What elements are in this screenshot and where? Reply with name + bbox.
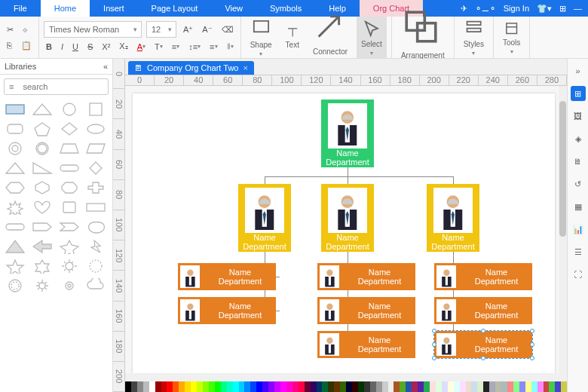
layers-icon[interactable]: ◈	[571, 131, 586, 146]
shape-heart[interactable]	[32, 200, 53, 215]
underline-button[interactable]: U	[70, 40, 81, 54]
color-swatch[interactable]	[244, 381, 250, 392]
shape-bolt[interactable]	[85, 239, 106, 254]
menu-icon[interactable]: ≡	[5, 82, 18, 91]
shape-search[interactable]: ≡ 🔍 ▾	[4, 78, 109, 95]
font-size-select[interactable]: 12	[146, 21, 176, 38]
shape-donut[interactable]	[5, 141, 26, 156]
shape-arr2[interactable]	[32, 239, 53, 254]
shape-trapezoid[interactable]	[59, 141, 80, 156]
shape-ellipse[interactable]	[85, 121, 106, 136]
shape-tag[interactable]	[32, 219, 53, 234]
color-swatch[interactable]	[460, 381, 466, 392]
copy-button[interactable]: ⎘	[5, 38, 14, 52]
format-painter-button[interactable]: ⟐	[20, 23, 30, 36]
color-swatch[interactable]	[501, 381, 507, 392]
page-icon[interactable]: 🗎	[571, 154, 586, 169]
styles-tool[interactable]: Styles	[459, 17, 488, 58]
color-swatch[interactable]	[489, 381, 495, 392]
increase-font-button[interactable]: A⁺	[181, 23, 195, 37]
expand-icon[interactable]: »	[571, 63, 586, 78]
tab-page-layout[interactable]: Page Layout	[138, 0, 212, 17]
color-swatch[interactable]	[555, 381, 561, 392]
shape-rect2[interactable]	[85, 200, 106, 215]
scroll-thumb[interactable]	[559, 101, 566, 237]
color-swatch[interactable]	[561, 381, 567, 392]
shape-pill[interactable]	[59, 161, 80, 176]
color-swatch[interactable]	[155, 381, 161, 392]
color-swatch[interactable]	[388, 381, 394, 392]
color-swatch[interactable]	[442, 381, 448, 392]
bold-button[interactable]: B	[44, 40, 54, 54]
color-swatch[interactable]	[471, 381, 477, 392]
color-swatch[interactable]	[328, 381, 334, 392]
shirt-icon[interactable]: 👕▾	[537, 4, 552, 14]
share-icon[interactable]: ⚬⚊⚬	[475, 4, 496, 14]
shape-parallelogram[interactable]	[85, 141, 106, 156]
color-swatch[interactable]	[125, 381, 131, 392]
color-swatch[interactable]	[322, 381, 328, 392]
resize-handle[interactable]	[432, 342, 436, 347]
tab-home[interactable]: Home	[41, 0, 90, 17]
shape-terminator[interactable]	[5, 219, 26, 234]
color-swatch[interactable]	[483, 381, 489, 392]
color-swatch[interactable]	[137, 381, 143, 392]
resize-handle[interactable]	[530, 342, 534, 347]
cut-button[interactable]: ✂	[5, 23, 16, 37]
color-swatch[interactable]	[227, 381, 233, 392]
subscript-button[interactable]: X₂	[117, 39, 130, 54]
color-swatch[interactable]	[305, 381, 311, 392]
org-card-l3[interactable]: NameDepartment	[178, 297, 276, 324]
color-swatch[interactable]	[376, 381, 382, 392]
shape-arr[interactable]	[5, 239, 26, 254]
shape-star6[interactable]	[32, 259, 53, 274]
resize-handle[interactable]	[530, 329, 534, 333]
color-swatch[interactable]	[412, 381, 418, 392]
shape-hex2[interactable]	[32, 180, 53, 195]
color-swatch[interactable]	[466, 381, 472, 392]
connector-tool[interactable]: Connector	[308, 9, 352, 65]
org-card-l3[interactable]: NameDepartment	[434, 297, 532, 324]
color-swatch[interactable]	[537, 381, 544, 392]
color-swatch[interactable]	[436, 381, 442, 392]
align-v-button[interactable]: ⫴	[225, 39, 236, 54]
decrease-font-button[interactable]: A⁻	[200, 23, 214, 37]
clear-format-button[interactable]: ⌫	[219, 23, 236, 37]
tools-menu[interactable]: Tools	[498, 18, 525, 57]
gantt-icon[interactable]: ☰	[571, 244, 586, 259]
color-swatch[interactable]	[209, 381, 215, 392]
tab-insert[interactable]: Insert	[90, 0, 138, 17]
org-card-top[interactable]: Name Department	[321, 100, 374, 167]
color-swatch[interactable]	[311, 381, 317, 392]
org-card-l3[interactable]: NameDepartment	[434, 263, 532, 290]
color-swatch[interactable]	[185, 381, 191, 392]
line-spacing-button[interactable]: ↕≡	[186, 40, 203, 54]
shape-star5[interactable]	[5, 259, 26, 274]
color-swatch[interactable]	[406, 381, 412, 392]
shape-oct[interactable]	[59, 180, 80, 195]
shape-gear2[interactable]	[59, 278, 80, 293]
color-swatch[interactable]	[334, 381, 340, 392]
close-tab-icon[interactable]: ×	[243, 63, 247, 72]
color-swatch[interactable]	[317, 381, 323, 392]
color-swatch[interactable]	[549, 381, 555, 392]
font-family-select[interactable]: Times New Roman	[44, 21, 142, 38]
color-swatch[interactable]	[513, 381, 519, 392]
shape-triangle[interactable]	[32, 102, 53, 117]
color-swatch[interactable]	[340, 381, 346, 392]
shape-sun[interactable]	[59, 259, 80, 274]
canvas[interactable]: Name Department NameDepartment NameDepar…	[125, 86, 567, 381]
color-swatch[interactable]	[149, 381, 155, 392]
paste-button[interactable]: 📋	[19, 38, 34, 53]
shape-tri2[interactable]	[5, 161, 26, 176]
shape-tool[interactable]: Shape	[246, 16, 277, 59]
signin-link[interactable]: Sign In	[504, 4, 529, 13]
color-swatch[interactable]	[424, 381, 430, 392]
fullscreen-icon[interactable]: ⛶	[571, 267, 586, 282]
shape-roundrect[interactable]	[5, 121, 26, 136]
shape-gear[interactable]	[32, 278, 53, 293]
shape-blob[interactable]	[85, 219, 106, 234]
history-icon[interactable]: ↺	[571, 176, 586, 191]
org-card-l2[interactable]: NameDepartment	[427, 184, 479, 252]
color-swatch[interactable]	[167, 381, 173, 392]
